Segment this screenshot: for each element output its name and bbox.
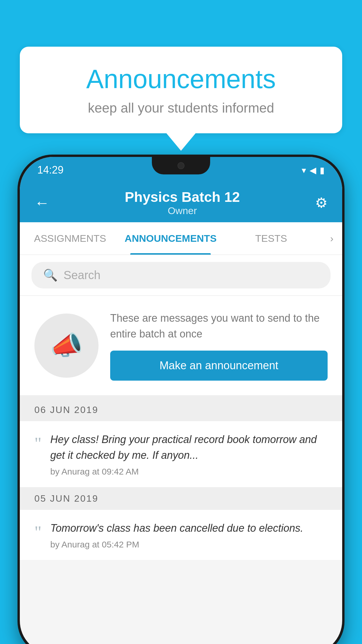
- header-title: Physics Batch 12: [125, 189, 240, 205]
- speech-bubble-card: Announcements keep all your students inf…: [20, 47, 342, 133]
- megaphone-circle: 📣: [34, 314, 99, 378]
- make-announcement-button[interactable]: Make an announcement: [110, 351, 328, 381]
- status-time: 14:29: [37, 164, 64, 176]
- announcement-prompt: 📣 These are messages you want to send to…: [20, 296, 342, 399]
- announcement-text-2: Tomorrow's class has been cancelled due …: [50, 520, 328, 536]
- announcement-item-2[interactable]: " Tomorrow's class has been cancelled du…: [20, 510, 342, 560]
- date-divider-2: 05 JUN 2019: [20, 487, 342, 510]
- camera-notch: [178, 162, 184, 169]
- status-icons: ▾ ◀ ▮: [302, 165, 325, 175]
- megaphone-icon: 📣: [50, 330, 83, 361]
- date-divider-1: 06 JUN 2019: [20, 399, 342, 421]
- prompt-right: These are messages you want to send to t…: [110, 310, 328, 381]
- announcement-content-2: Tomorrow's class has been cancelled due …: [50, 520, 328, 550]
- announcement-meta-2: by Anurag at 05:42 PM: [50, 540, 328, 550]
- search-bar[interactable]: 🔍 Search: [31, 262, 331, 288]
- prompt-description: These are messages you want to send to t…: [110, 310, 328, 342]
- battery-icon: ▮: [320, 165, 325, 175]
- wifi-icon: ▾: [302, 165, 306, 175]
- phone-notch: [152, 157, 210, 174]
- speech-bubble-section: Announcements keep all your students inf…: [20, 47, 342, 151]
- settings-button[interactable]: ⚙: [315, 195, 328, 211]
- tab-assignments[interactable]: ASSIGNMENTS: [20, 222, 120, 255]
- app-header: ← Physics Batch 12 Owner ⚙: [20, 180, 342, 222]
- search-icon: 🔍: [43, 268, 58, 282]
- quote-icon-2: ": [34, 523, 42, 541]
- signal-icon: ◀: [310, 165, 316, 175]
- tabs-bar: ASSIGNMENTS ANNOUNCEMENTS TESTS ›: [20, 222, 342, 255]
- quote-icon-1: ": [34, 435, 42, 452]
- tab-more-button[interactable]: ›: [321, 222, 342, 255]
- announcement-item-1[interactable]: " Hey class! Bring your practical record…: [20, 421, 342, 487]
- announcement-text-1: Hey class! Bring your practical record b…: [50, 432, 328, 463]
- speech-bubble-tail: [166, 133, 196, 151]
- speech-bubble-title: Announcements: [43, 64, 319, 94]
- announcement-meta-1: by Anurag at 09:42 AM: [50, 467, 328, 477]
- announcement-content-1: Hey class! Bring your practical record b…: [50, 432, 328, 477]
- header-subtitle: Owner: [125, 205, 240, 216]
- search-container: 🔍 Search: [20, 255, 342, 296]
- speech-bubble-subtitle: keep all your students informed: [43, 100, 319, 116]
- header-center: Physics Batch 12 Owner: [125, 189, 240, 216]
- phone-frame: 14:29 ▾ ◀ ▮ ← Physics Batch 12 Owner ⚙ A…: [17, 155, 345, 644]
- search-placeholder: Search: [64, 269, 101, 282]
- tab-announcements[interactable]: ANNOUNCEMENTS: [120, 222, 221, 255]
- back-button[interactable]: ←: [34, 194, 50, 211]
- tab-tests[interactable]: TESTS: [221, 222, 321, 255]
- phone-screen: 14:29 ▾ ◀ ▮ ← Physics Batch 12 Owner ⚙ A…: [20, 157, 342, 644]
